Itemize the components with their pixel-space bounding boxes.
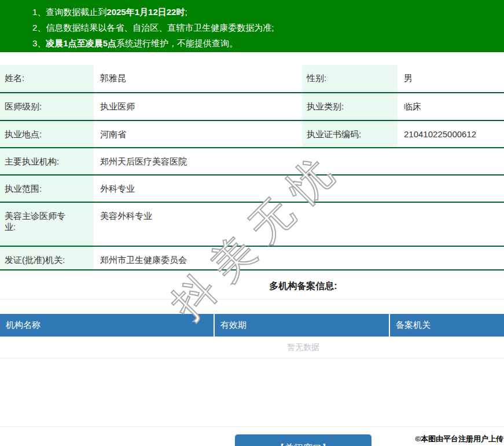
registry-table: 机构名称 有效期 备案机关 (0, 314, 504, 337)
table-row: 姓名: 郭雅昆 性别: 男 (0, 65, 504, 93)
notice-text: 查询数据截止到 (46, 7, 106, 17)
table-row: 医师级别: 执业医师 执业类别: 临床 (0, 93, 504, 120)
notice-text: 系统进行维护，不能提供查询。 (116, 38, 238, 48)
close-window-button[interactable]: 【关闭窗口】 (235, 434, 371, 446)
notice-text: ; (185, 7, 187, 17)
table-row: 执业范围: 外科专业 (0, 175, 504, 202)
notice-number: 3、 (32, 38, 46, 48)
field-value-doctor-level: 执业医师 (94, 93, 302, 120)
table-row: 主要执业机构: 郑州天后医疗美容医院 (0, 148, 504, 175)
field-label-certificate-number: 执业证书编码: (302, 120, 398, 148)
table-row: 发证(批准)机关: 郑州市卫生健康委员会 (0, 246, 504, 270)
empty-data-placeholder: 暂无数据 (0, 337, 504, 359)
query-result-page: 1、查询数据截止到2025年1月12日22时; 2、信息数据结果以各省、自治区、… (0, 0, 504, 446)
field-label-main-institution: 主要执业机构: (0, 148, 94, 175)
field-label-practice-scope: 执业范围: (0, 175, 94, 202)
column-header-institution-name: 机构名称 (0, 314, 214, 337)
field-label-practice-location: 执业地点: (0, 120, 94, 148)
notice-line-1: 1、查询数据截止到2025年1月12日22时; (32, 4, 504, 20)
field-value-cosmetic-specialty: 美容外科专业 (94, 202, 504, 246)
field-label-doctor-level: 医师级别: (0, 93, 94, 120)
notice-text-bold: 凌晨1点至凌晨5点 (46, 38, 116, 48)
field-label-issuing-authority: 发证(批准)机关: (0, 246, 94, 270)
field-label-practice-category: 执业类别: (302, 93, 398, 120)
multi-institution-section-title: 多机构备案信息: (0, 270, 504, 299)
notice-text-bold: 2025年1月12日22时 (106, 7, 185, 17)
field-value-certificate-number: 210410225000612 (398, 120, 504, 148)
column-header-filing-authority: 备案机关 (389, 314, 504, 337)
notice-number: 2、 (32, 23, 46, 32)
doctor-info-table: 姓名: 郭雅昆 性别: 男 医师级别: 执业医师 执业类别: 临床 执业地点: … (0, 65, 504, 270)
notice-line-3: 3、凌晨1点至凌晨5点系统进行维护，不能提供查询。 (32, 35, 504, 51)
table-row: 执业地点: 河南省 执业证书编码: 210410225000612 (0, 120, 504, 148)
field-value-practice-scope: 外科专业 (94, 175, 504, 202)
upload-attribution-text: ©本图由平台注册用户上传 (415, 434, 503, 444)
notice-line-2: 2、信息数据结果以各省、自治区、直辖市卫生健康委数据为准; (32, 20, 504, 35)
field-value-practice-location: 河南省 (94, 120, 302, 148)
field-label-cosmetic-specialty: 美容主诊医师专业: (0, 202, 94, 246)
table-row: 美容主诊医师专业: 美容外科专业 (0, 202, 504, 246)
field-label-name: 姓名: (0, 65, 94, 93)
content-spacer (0, 359, 504, 427)
notice-text: 信息数据结果以各省、自治区、直辖市卫生健康委数据为准; (46, 23, 274, 32)
field-value-issuing-authority: 郑州市卫生健康委员会 (94, 246, 504, 270)
registry-header-row: 机构名称 有效期 备案机关 (0, 314, 504, 337)
field-value-main-institution: 郑州天后医疗美容医院 (94, 148, 504, 175)
field-value-name: 郭雅昆 (94, 65, 302, 93)
notice-banner: 1、查询数据截止到2025年1月12日22时; 2、信息数据结果以各省、自治区、… (0, 0, 504, 52)
field-label-gender: 性别: (302, 65, 398, 93)
field-value-practice-category: 临床 (398, 93, 504, 120)
notice-number: 1、 (32, 7, 46, 17)
column-header-validity-period: 有效期 (214, 314, 389, 337)
field-value-gender: 男 (398, 65, 504, 93)
